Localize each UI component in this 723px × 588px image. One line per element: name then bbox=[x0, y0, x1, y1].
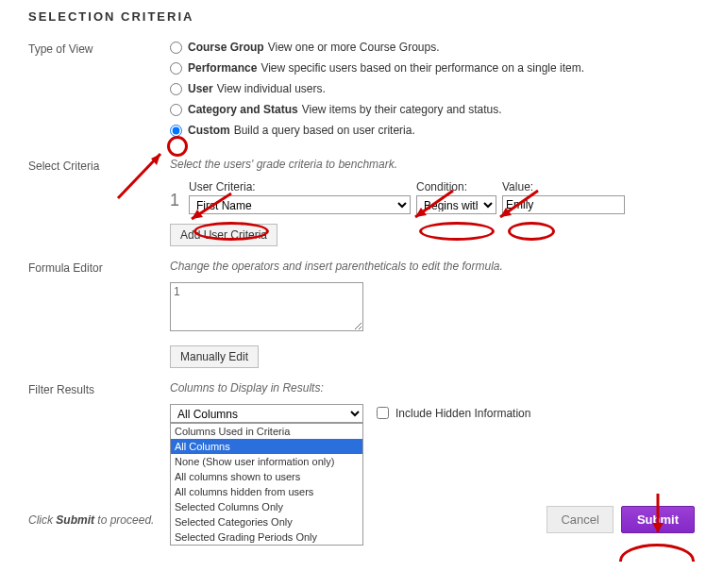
view-option-course-group[interactable]: Course Group View one or more Course Gro… bbox=[170, 41, 695, 54]
columns-select[interactable]: All Columns bbox=[170, 404, 363, 423]
type-of-view-row: Type of View Course Group View one or mo… bbox=[28, 41, 695, 144]
dropdown-option[interactable]: Selected Grading Periods Only bbox=[171, 529, 362, 545]
add-user-criteria-button[interactable]: Add User Criteria bbox=[170, 224, 277, 246]
option-bold: Category and Status bbox=[188, 103, 298, 116]
option-bold: Course Group bbox=[188, 41, 264, 54]
section-heading: SELECTION CRITERIA bbox=[28, 9, 695, 24]
annotation-ellipse-submit bbox=[619, 544, 695, 562]
user-criteria-label: User Criteria: bbox=[189, 180, 411, 193]
radio-category-status[interactable] bbox=[170, 104, 182, 116]
condition-select[interactable]: Begins with bbox=[416, 195, 496, 214]
dropdown-option[interactable]: Selected Categories Only bbox=[171, 514, 362, 529]
option-bold: Custom bbox=[188, 124, 230, 137]
user-criteria-select[interactable]: First Name bbox=[189, 195, 411, 214]
formula-textarea[interactable]: 1 bbox=[170, 282, 363, 331]
select-criteria-label: Select Criteria bbox=[28, 158, 170, 246]
value-label: Value: bbox=[502, 180, 625, 193]
value-input[interactable] bbox=[502, 195, 625, 214]
select-criteria-note: Select the users' grade criteria to benc… bbox=[170, 158, 695, 171]
view-option-user[interactable]: User View individual users. bbox=[170, 82, 695, 95]
include-hidden-checkbox[interactable] bbox=[377, 407, 389, 419]
cancel-button[interactable]: Cancel bbox=[546, 506, 613, 533]
option-bold: User bbox=[188, 82, 213, 95]
filter-results-row: Filter Results Columns to Display in Res… bbox=[28, 381, 695, 423]
option-desc: View specific users based on their perfo… bbox=[261, 61, 584, 75]
columns-dropdown-open[interactable]: Columns Used in Criteria All Columns Non… bbox=[170, 423, 363, 546]
formula-editor-label: Formula Editor bbox=[28, 260, 170, 368]
include-hidden-label: Include Hidden Information bbox=[395, 407, 530, 420]
view-option-performance[interactable]: Performance View specific users based on… bbox=[170, 61, 695, 75]
radio-user[interactable] bbox=[170, 83, 182, 95]
columns-display-note: Columns to Display in Results: bbox=[170, 381, 695, 395]
dropdown-option[interactable]: All Columns bbox=[171, 439, 362, 454]
radio-custom[interactable] bbox=[170, 125, 182, 137]
proceed-note: Click Submit to proceed. bbox=[28, 513, 154, 527]
option-desc: View one or more Course Groups. bbox=[268, 41, 440, 54]
select-criteria-row: Select Criteria Select the users' grade … bbox=[28, 158, 695, 246]
formula-editor-row: Formula Editor Change the operators and … bbox=[28, 260, 695, 368]
formula-note: Change the operators and insert parenthe… bbox=[170, 260, 695, 273]
criteria-block: 1 User Criteria: First Name Condition: B… bbox=[170, 180, 695, 214]
radio-performance[interactable] bbox=[170, 62, 182, 75]
type-of-view-label: Type of View bbox=[28, 41, 170, 144]
option-desc: Build a query based on user criteria. bbox=[234, 124, 415, 137]
condition-label: Condition: bbox=[416, 180, 496, 193]
dropdown-option[interactable]: All columns hidden from users bbox=[171, 484, 362, 499]
criteria-number: 1 bbox=[170, 191, 183, 214]
dropdown-option[interactable]: All columns shown to users bbox=[171, 469, 362, 484]
view-option-category-status[interactable]: Category and Status View items by their … bbox=[170, 103, 695, 116]
dropdown-option[interactable]: Selected Columns Only bbox=[171, 499, 362, 514]
option-desc: View items by their category and status. bbox=[302, 103, 502, 116]
filter-results-label: Filter Results bbox=[28, 381, 170, 423]
manually-edit-button[interactable]: Manually Edit bbox=[170, 345, 259, 368]
option-desc: View individual users. bbox=[217, 82, 326, 95]
view-option-custom[interactable]: Custom Build a query based on user crite… bbox=[170, 124, 695, 137]
option-bold: Performance bbox=[188, 61, 257, 75]
dropdown-option[interactable]: Columns Used in Criteria bbox=[171, 424, 362, 439]
radio-course-group[interactable] bbox=[170, 42, 182, 54]
dropdown-option[interactable]: None (Show user information only) bbox=[171, 454, 362, 469]
submit-button[interactable]: Submit bbox=[621, 506, 695, 533]
